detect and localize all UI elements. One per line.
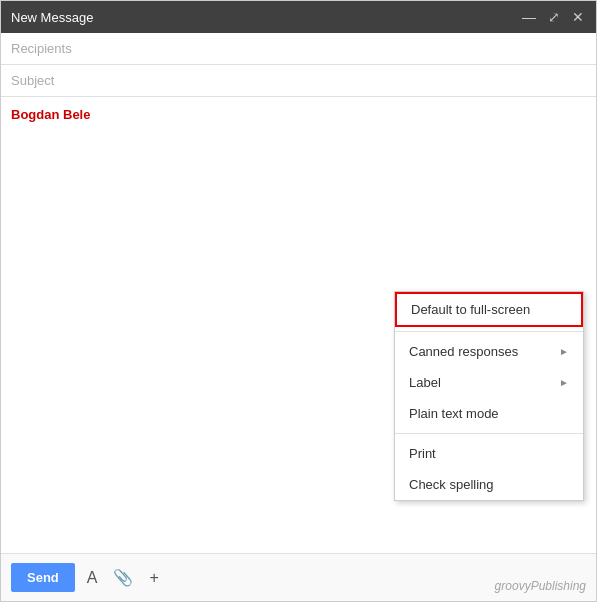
menu-item-plain-text[interactable]: Plain text mode [395,398,583,429]
menu-item-print[interactable]: Print [395,438,583,469]
title-bar: New Message — ⤢ ✕ [1,1,596,33]
window-controls: — ⤢ ✕ [520,10,586,24]
recipients-row [1,33,596,65]
canned-responses-arrow: ► [559,346,569,357]
menu-divider-1 [395,331,583,332]
format-text-icon[interactable]: A [83,565,102,591]
label-arrow: ► [559,377,569,388]
context-menu: Default to full-screen Canned responses … [394,291,584,501]
expand-button[interactable]: ⤢ [546,10,562,24]
minimize-button[interactable]: — [520,10,538,24]
attach-file-icon[interactable]: 📎 [109,564,137,591]
menu-divider-2 [395,433,583,434]
signature-text: Bogdan Bele [11,107,90,122]
subject-input[interactable] [11,73,586,88]
menu-item-default-fullscreen[interactable]: Default to full-screen [395,292,583,327]
more-options-icon[interactable]: + [145,565,162,591]
menu-item-label[interactable]: Label ► [395,367,583,398]
menu-item-check-spelling[interactable]: Check spelling [395,469,583,500]
watermark: groovyPublishing [495,579,586,593]
compose-window: New Message — ⤢ ✕ Bogdan Bele Default to… [0,0,597,602]
footer: Send A 📎 + groovyPublishing [1,553,596,601]
recipients-input[interactable] [11,41,586,56]
close-button[interactable]: ✕ [570,10,586,24]
subject-row [1,65,596,97]
window-title: New Message [11,10,93,25]
menu-item-canned-responses[interactable]: Canned responses ► [395,336,583,367]
send-button[interactable]: Send [11,563,75,592]
compose-body[interactable]: Bogdan Bele Default to full-screen Canne… [1,97,596,553]
